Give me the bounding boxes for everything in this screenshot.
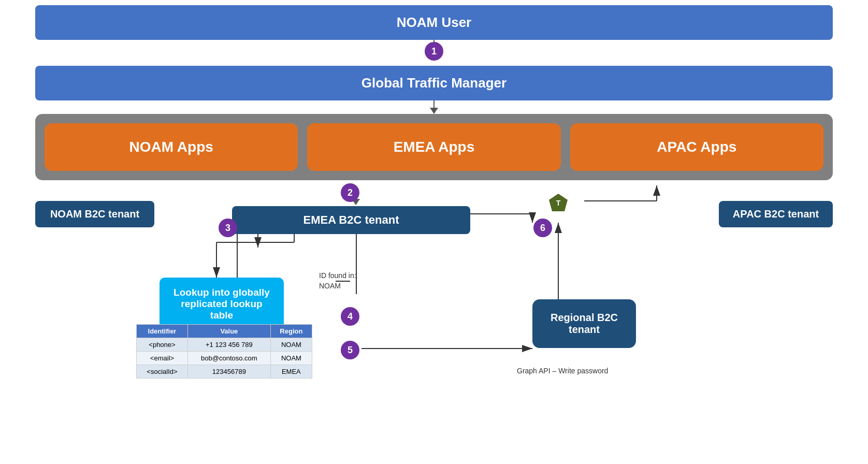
main-diagram: NOAM User 1 Global Traffic Manager NOAM … [35, 5, 833, 464]
gtm-connector: 1 [35, 40, 833, 66]
svg-text:T: T [556, 199, 561, 207]
emea-apps-box: EMEA Apps [307, 123, 560, 171]
step-4-circle: 4 [341, 307, 359, 326]
gtm-label: Global Traffic Manager [361, 75, 507, 91]
col-header-value: Value [187, 325, 270, 338]
noam-user-label: NOAM User [397, 15, 471, 30]
noam-apps-box: NOAM Apps [45, 123, 298, 171]
lookup-table: Identifier Value Region <phone> +1 123 4… [136, 324, 312, 379]
apac-b2c-label: APAC B2C tenant [719, 201, 833, 227]
lookup-table-container: Identifier Value Region <phone> +1 123 4… [136, 324, 312, 379]
gtm-bar: Global Traffic Manager [35, 66, 833, 100]
table-row: <phone> +1 123 456 789 NOAM [137, 338, 312, 352]
noam-b2c-label: NOAM B2C tenant [35, 201, 154, 227]
middle-section: NOAM B2C tenant 2 EMEA B2C tenant 3 [35, 185, 833, 455]
table-row: <email> bob@contoso.com NOAM [137, 352, 312, 365]
col-header-region: Region [270, 325, 312, 338]
emea-b2c-bar: EMEA B2C tenant [232, 206, 470, 234]
line-gtm-apps [433, 100, 435, 108]
step-1-circle: 1 [425, 42, 443, 61]
step-3-circle: 3 [219, 219, 237, 237]
col-header-identifier: Identifier [137, 325, 188, 338]
gtm-to-apps-arrow [35, 100, 833, 114]
step-2-circle: 2 [341, 183, 359, 202]
apps-container: NOAM Apps EMEA Apps APAC Apps [35, 114, 833, 180]
step-6-circle: 6 [533, 219, 552, 237]
table-row: <socialId> 123456789 EMEA [137, 365, 312, 379]
step-5-circle: 5 [341, 341, 359, 359]
id-found-label: ID found in:NOAM [319, 271, 356, 291]
graph-api-label: Graph API – Write password [517, 367, 608, 375]
pentagon-t-icon: T [548, 193, 569, 213]
apac-apps-box: APAC Apps [570, 123, 823, 171]
arrow-down-gtm [430, 108, 438, 114]
regional-b2c-box: Regional B2C tenant [532, 299, 636, 348]
noam-user-bar: NOAM User [35, 5, 833, 40]
lookup-box: Lookup into globally replicated lookup t… [160, 278, 284, 330]
